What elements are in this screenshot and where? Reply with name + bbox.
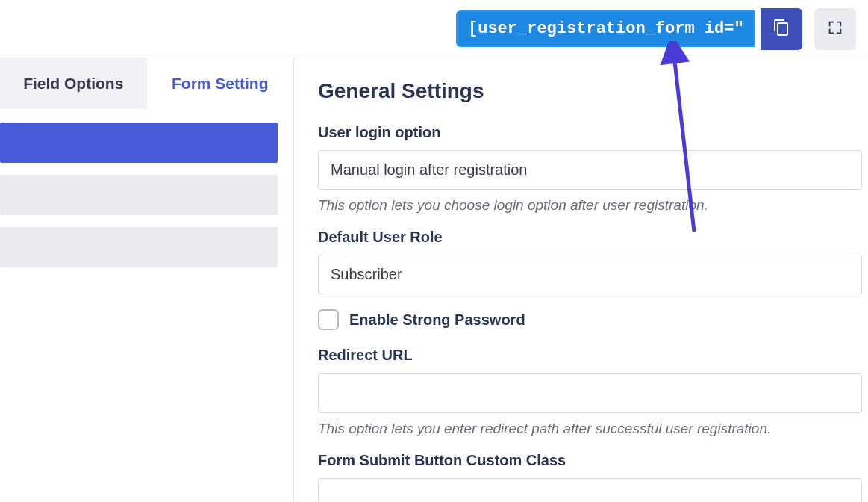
field-label: User login option: [318, 124, 862, 141]
default-role-select[interactable]: Subscriber: [318, 255, 862, 294]
strong-password-checkbox[interactable]: [318, 309, 339, 330]
expand-icon: [827, 19, 843, 38]
checkbox-label: Enable Strong Password: [349, 312, 525, 329]
tab-field-options[interactable]: Field Options: [0, 58, 147, 109]
tab-form-setting[interactable]: Form Setting: [147, 58, 294, 109]
field-user-login-option: User login option Manual login after reg…: [318, 124, 862, 214]
user-login-select[interactable]: Manual login after registration: [318, 150, 862, 190]
fullscreen-button[interactable]: [814, 8, 856, 50]
top-bar: [0, 0, 868, 58]
help-text: This option lets you choose login option…: [318, 197, 862, 214]
settings-nav-item[interactable]: [0, 123, 278, 163]
field-label: Redirect URL: [318, 347, 862, 364]
page-title: General Settings: [318, 79, 862, 103]
clipboard-icon: [772, 19, 790, 39]
field-submit-class: Form Submit Button Custom Class: [318, 452, 862, 502]
field-label: Form Submit Button Custom Class: [318, 452, 862, 469]
settings-nav-item[interactable]: [0, 227, 278, 267]
sidebar-tabs: Field Options Form Setting: [0, 58, 293, 109]
sidebar: Field Options Form Setting: [0, 58, 294, 502]
settings-nav-item[interactable]: [0, 175, 278, 215]
content-panel: General Settings User login option Manua…: [294, 58, 868, 502]
redirect-url-input[interactable]: [318, 373, 862, 413]
field-label: Default User Role: [318, 229, 862, 246]
shortcode-input[interactable]: [456, 10, 755, 47]
main-area: Field Options Form Setting General Setti…: [0, 58, 868, 502]
field-default-user-role: Default User Role Subscriber: [318, 229, 862, 294]
copy-button[interactable]: [761, 8, 802, 50]
submit-class-input[interactable]: [318, 478, 862, 502]
settings-nav-list: [0, 109, 293, 279]
field-strong-password: Enable Strong Password: [318, 309, 862, 330]
help-text: This option lets you enter redirect path…: [318, 421, 862, 437]
field-redirect-url: Redirect URL This option lets you enter …: [318, 347, 862, 437]
